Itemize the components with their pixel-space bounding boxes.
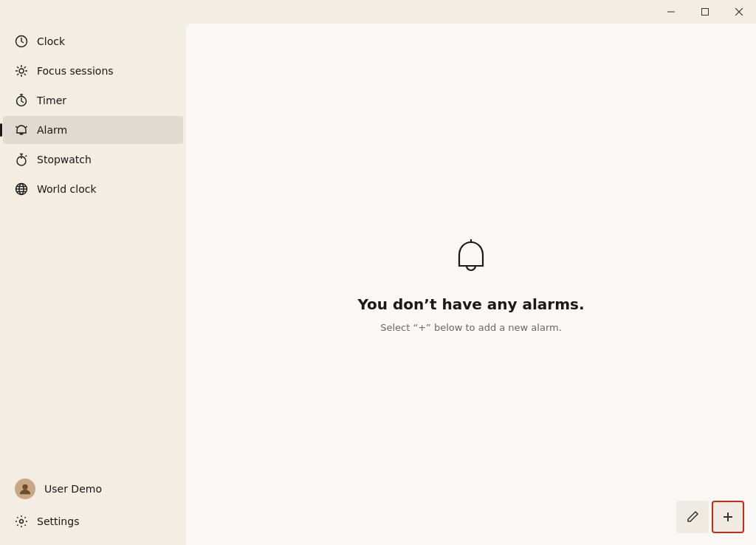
minimize-button[interactable] [654, 0, 688, 24]
sidebar-item-settings[interactable]: Settings [3, 507, 183, 535]
sidebar-bottom: User Demo Settings [0, 470, 186, 545]
action-bar [676, 501, 744, 533]
sidebar-item-stopwatch[interactable]: Stopwatch [3, 145, 183, 174]
svg-rect-1 [702, 9, 709, 16]
svg-point-5 [19, 69, 24, 73]
sidebar-item-alarm[interactable]: Alarm [3, 116, 183, 144]
sidebar-item-alarm-label: Alarm [37, 124, 67, 136]
main-content: You don’t have any alarms. Select “+” be… [186, 24, 756, 545]
app-body: Clock Focus sessions [0, 24, 756, 545]
focus-icon [15, 64, 28, 78]
sidebar-item-worldclock-label: World clock [37, 183, 97, 195]
svg-line-11 [26, 126, 27, 128]
sidebar-item-clock-label: Clock [37, 35, 65, 47]
sidebar-item-stopwatch-label: Stopwatch [37, 154, 92, 165]
svg-point-22 [22, 484, 27, 490]
sidebar-item-clock[interactable]: Clock [3, 27, 183, 55]
sidebar: Clock Focus sessions [0, 24, 186, 545]
empty-subtitle: Select “+” below to add a new alarm. [380, 322, 562, 333]
timer-icon [15, 94, 28, 107]
worldclock-icon [15, 182, 28, 196]
window-controls [654, 0, 756, 24]
sidebar-item-settings-label: Settings [37, 515, 79, 527]
sidebar-item-timer[interactable]: Timer [3, 86, 183, 114]
svg-line-10 [16, 126, 18, 128]
close-button[interactable] [722, 0, 756, 24]
settings-icon [15, 515, 28, 528]
sidebar-item-user-label: User Demo [44, 483, 102, 495]
edit-button[interactable] [676, 501, 709, 533]
sidebar-item-timer-label: Timer [37, 95, 66, 106]
alarm-icon [15, 123, 28, 137]
stopwatch-icon [15, 153, 28, 166]
title-bar [0, 0, 756, 24]
svg-line-16 [26, 156, 27, 157]
add-alarm-button[interactable] [712, 501, 744, 533]
svg-rect-0 [667, 12, 675, 13]
sidebar-item-focus[interactable]: Focus sessions [3, 57, 183, 85]
svg-point-23 [20, 520, 24, 524]
bell-icon-large [449, 236, 493, 281]
maximize-button[interactable] [688, 0, 722, 24]
sidebar-item-focus-label: Focus sessions [37, 65, 114, 77]
empty-title: You don’t have any alarms. [357, 295, 584, 313]
sidebar-item-worldclock[interactable]: World clock [3, 175, 183, 203]
clock-icon [15, 35, 28, 48]
empty-state: You don’t have any alarms. Select “+” be… [357, 236, 584, 333]
sidebar-item-user[interactable]: User Demo [3, 471, 183, 507]
user-avatar [15, 479, 35, 499]
